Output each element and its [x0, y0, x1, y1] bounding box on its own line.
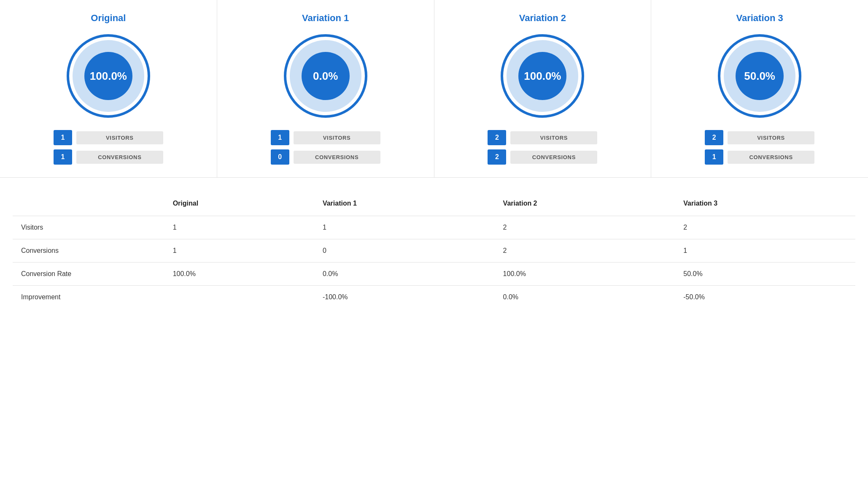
row-label-0: Visitors [13, 216, 164, 239]
variation-card-original: Original100.0%1VISITORS1CONVERSIONS [0, 0, 217, 177]
row-label-2: Conversion Rate [13, 263, 164, 286]
row-label-1: Conversions [13, 239, 164, 263]
row-2-val-2: 100.0% [495, 263, 675, 286]
donut-container-variation3: 50.0% [717, 34, 802, 118]
visitors-label-original: VISITORS [76, 131, 163, 144]
table-header-3: Variation 2 [495, 195, 675, 216]
conversions-item-variation3: 1CONVERSIONS [705, 149, 814, 165]
conversions-item-original: 1CONVERSIONS [54, 149, 163, 165]
stats-row-variation2: 2VISITORS2CONVERSIONS [488, 130, 597, 165]
visitors-item-original: 1VISITORS [54, 130, 163, 145]
row-2-val-3: 50.0% [675, 263, 855, 286]
donut-container-variation2: 100.0% [500, 34, 585, 118]
conversions-label-variation1: CONVERSIONS [294, 151, 380, 164]
conversions-badge-variation1: 0 [271, 149, 289, 165]
row-3-val-3: -50.0% [675, 286, 855, 309]
variation-card-variation1: Variation 10.0%1VISITORS0CONVERSIONS [217, 0, 434, 177]
svg-point-7 [302, 52, 350, 100]
svg-point-11 [518, 52, 566, 100]
table-row: Improvement-100.0%0.0%-50.0% [13, 286, 855, 309]
visitors-label-variation1: VISITORS [294, 131, 380, 144]
donut-container-original: 100.0% [66, 34, 151, 118]
top-section: Original100.0%1VISITORS1CONVERSIONSVaria… [0, 0, 868, 178]
stats-row-variation1: 1VISITORS0CONVERSIONS [271, 130, 380, 165]
table-row: Conversion Rate100.0%0.0%100.0%50.0% [13, 263, 855, 286]
row-1-val-0: 1 [164, 239, 314, 263]
table-row: Conversions1021 [13, 239, 855, 263]
stats-row-original: 1VISITORS1CONVERSIONS [54, 130, 163, 165]
conversions-badge-variation3: 1 [705, 149, 723, 165]
row-1-val-2: 2 [495, 239, 675, 263]
row-1-val-1: 0 [314, 239, 495, 263]
conversions-label-original: CONVERSIONS [76, 151, 163, 164]
row-0-val-1: 1 [314, 216, 495, 239]
stats-row-variation3: 2VISITORS1CONVERSIONS [705, 130, 814, 165]
donut-container-variation1: 0.0% [283, 34, 368, 118]
variation-title-original: Original [91, 13, 126, 24]
table-header-2: Variation 1 [314, 195, 495, 216]
visitors-item-variation1: 1VISITORS [271, 130, 380, 145]
data-table: OriginalVariation 1Variation 2Variation … [13, 195, 855, 309]
row-2-val-0: 100.0% [164, 263, 314, 286]
row-label-3: Improvement [13, 286, 164, 309]
conversions-label-variation3: CONVERSIONS [728, 151, 814, 164]
conversions-badge-original: 1 [54, 149, 72, 165]
row-0-val-0: 1 [164, 216, 314, 239]
visitors-label-variation3: VISITORS [728, 131, 814, 144]
row-1-val-3: 1 [675, 239, 855, 263]
row-3-val-1: -100.0% [314, 286, 495, 309]
conversions-badge-variation2: 2 [488, 149, 506, 165]
conversions-item-variation2: 2CONVERSIONS [488, 149, 597, 165]
visitors-item-variation3: 2VISITORS [705, 130, 814, 145]
variation-card-variation2: Variation 2100.0%2VISITORS2CONVERSIONS [434, 0, 652, 177]
visitors-badge-variation3: 2 [705, 130, 723, 145]
svg-point-3 [84, 52, 132, 100]
row-3-val-2: 0.0% [495, 286, 675, 309]
variation-card-variation3: Variation 350.0%2VISITORS1CONVERSIONS [651, 0, 868, 177]
variation-title-variation2: Variation 2 [519, 13, 566, 24]
visitors-badge-original: 1 [54, 130, 72, 145]
table-header-4: Variation 3 [675, 195, 855, 216]
table-header-1: Original [164, 195, 314, 216]
row-0-val-3: 2 [675, 216, 855, 239]
variation-title-variation1: Variation 1 [302, 13, 349, 24]
visitors-label-variation2: VISITORS [510, 131, 597, 144]
visitors-item-variation2: 2VISITORS [488, 130, 597, 145]
svg-point-15 [736, 52, 784, 100]
row-3-val-0 [164, 286, 314, 309]
variation-title-variation3: Variation 3 [736, 13, 783, 24]
bottom-section: OriginalVariation 1Variation 2Variation … [0, 178, 868, 325]
table-row: Visitors1122 [13, 216, 855, 239]
row-0-val-2: 2 [495, 216, 675, 239]
visitors-badge-variation1: 1 [271, 130, 289, 145]
conversions-item-variation1: 0CONVERSIONS [271, 149, 380, 165]
conversions-label-variation2: CONVERSIONS [510, 151, 597, 164]
visitors-badge-variation2: 2 [488, 130, 506, 145]
table-header-0 [13, 195, 164, 216]
row-2-val-1: 0.0% [314, 263, 495, 286]
